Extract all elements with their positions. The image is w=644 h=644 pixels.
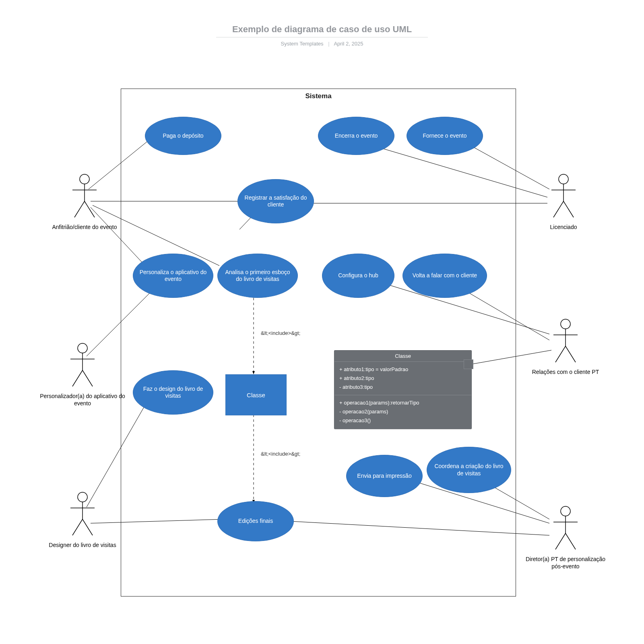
class-card-tab xyxy=(464,359,473,369)
usecase-design[interactable]: Faz o design do livro de visitas xyxy=(133,370,213,415)
actor-director[interactable]: Diretor(a) PT de personalização pós-even… xyxy=(523,505,608,570)
svg-line-48 xyxy=(566,533,576,549)
actor-label: Anfitrião/cliente do evento xyxy=(44,224,125,231)
actor-host[interactable]: Anfitrião/cliente do evento xyxy=(44,173,125,231)
usecase-label: Fornece o evento xyxy=(423,132,467,140)
usecase-label: Personaliza o aplicativo do evento xyxy=(137,269,209,283)
usecase-personalize[interactable]: Personaliza o aplicativo do evento xyxy=(133,254,213,298)
usecase-label: Envia para impressão xyxy=(357,473,411,480)
svg-line-38 xyxy=(564,201,574,217)
svg-line-42 xyxy=(555,346,566,362)
usecase-label: Encerra o evento xyxy=(335,132,378,140)
actor-icon xyxy=(68,342,97,390)
header: Exemplo de diagrama de caso de uso UML S… xyxy=(0,24,644,47)
actor-icon xyxy=(68,491,97,539)
svg-line-33 xyxy=(83,519,93,535)
actor-label: Diretor(a) PT de personalização pós-even… xyxy=(523,556,608,570)
class-card-attrs: + atributo1:tipo = valorPadrao + atribut… xyxy=(334,362,471,395)
svg-point-19 xyxy=(80,174,89,184)
svg-point-34 xyxy=(559,174,568,184)
diagram-canvas: Exemplo de diagrama de caso de uso UML S… xyxy=(0,0,644,644)
date: April 2, 2025 xyxy=(334,41,363,47)
system-boundary: Sistema xyxy=(121,89,516,597)
actor-label: Personalizador(a) do aplicativo do event… xyxy=(36,393,129,407)
diagram-meta: System Templates | April 2, 2025 xyxy=(0,41,644,47)
class-attr: + atributo1:tipo = valorPadrao xyxy=(339,365,466,374)
class-attr: - atributo3:tipo xyxy=(339,383,466,392)
diagram-title: Exemplo de diagrama de caso de uso UML xyxy=(216,24,428,37)
svg-point-29 xyxy=(78,492,87,502)
class-attr: + atributo2:tipo xyxy=(339,374,466,383)
class-card-ops: + operacao1(params):retornarTipo - opera… xyxy=(334,395,471,428)
usecase-coord[interactable]: Coordena a criação do livro de visitas xyxy=(427,447,511,493)
author: System Templates xyxy=(281,41,324,47)
usecase-label: Volta a falar com o cliente xyxy=(413,272,477,279)
usecase-register[interactable]: Registrar a satisfação do cliente xyxy=(237,179,314,223)
system-label: Sistema xyxy=(121,92,516,100)
actor-icon xyxy=(70,173,99,221)
svg-line-32 xyxy=(72,519,83,535)
class-op: - operacao2(params) xyxy=(339,407,466,416)
svg-point-39 xyxy=(561,319,570,329)
usecase-deposit[interactable]: Paga o depósito xyxy=(145,117,221,155)
usecase-closes[interactable]: Encerra o evento xyxy=(318,117,394,155)
actor-customizer[interactable]: Personalizador(a) do aplicativo do event… xyxy=(36,342,129,407)
actor-label: Licenciado xyxy=(529,224,598,231)
usecase-label: Faz o design do livro de visitas xyxy=(137,386,209,400)
meta-separator: | xyxy=(328,41,329,47)
actor-label: Relações com o cliente PT xyxy=(523,369,608,376)
class-box-label: Classe xyxy=(247,392,265,398)
class-op: + operacao1(params):retornarTipo xyxy=(339,398,466,407)
usecase-label: Coordena a criação do livro de visitas xyxy=(431,463,507,477)
usecase-label: Paga o depósito xyxy=(163,132,203,140)
usecase-confighub[interactable]: Configura o hub xyxy=(322,254,394,298)
actor-icon xyxy=(551,505,580,553)
usecase-label: Edições finais xyxy=(238,518,273,525)
svg-line-27 xyxy=(72,370,83,386)
actor-crpt[interactable]: Relações com o cliente PT xyxy=(523,318,608,376)
usecase-followup[interactable]: Volta a falar com o cliente xyxy=(402,254,487,298)
svg-point-44 xyxy=(561,506,570,516)
usecase-sendprint[interactable]: Envia para impressão xyxy=(346,455,423,497)
svg-line-28 xyxy=(83,370,93,386)
usecase-analyze[interactable]: Analisa o primeiro esboço do livro de vi… xyxy=(217,254,298,298)
class-card[interactable]: Classe + atributo1:tipo = valorPadrao + … xyxy=(334,350,472,429)
svg-point-24 xyxy=(78,343,87,353)
class-op: - operacao3() xyxy=(339,416,466,425)
usecase-label: Configura o hub xyxy=(338,272,378,279)
actor-designer[interactable]: Designer do livro de visitas xyxy=(38,491,127,549)
include-label-2: &lt;<include>&gt; xyxy=(261,451,300,457)
usecase-provides[interactable]: Fornece o evento xyxy=(407,117,483,155)
class-box[interactable]: Classe xyxy=(225,374,287,415)
svg-line-22 xyxy=(74,201,85,217)
svg-line-23 xyxy=(85,201,95,217)
actor-licensee[interactable]: Licenciado xyxy=(529,173,598,231)
svg-line-37 xyxy=(553,201,564,217)
usecase-label: Analisa o primeiro esboço do livro de vi… xyxy=(222,269,293,283)
usecase-label: Registrar a satisfação do cliente xyxy=(242,194,310,208)
svg-line-43 xyxy=(566,346,576,362)
svg-line-47 xyxy=(555,533,566,549)
actor-label: Designer do livro de visitas xyxy=(38,542,127,549)
class-card-title: Classe xyxy=(334,351,471,362)
include-label-1: &lt;<include>&gt; xyxy=(261,330,300,336)
actor-icon xyxy=(551,318,580,366)
usecase-final[interactable]: Edições finais xyxy=(217,501,294,541)
actor-icon xyxy=(549,173,578,221)
